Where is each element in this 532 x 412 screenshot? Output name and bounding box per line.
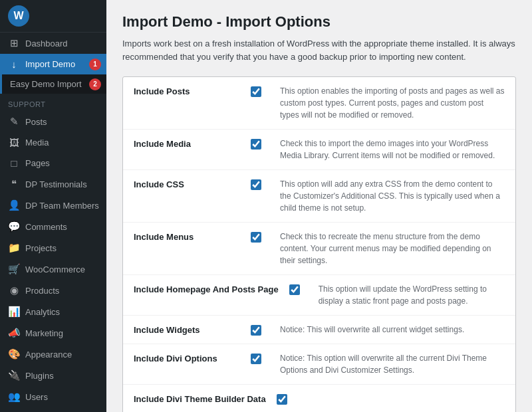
dp-team-members-icon: 👤 — [8, 199, 20, 211]
option-desc-include-menus: Check this to recreate the menu structur… — [280, 231, 505, 266]
option-label-include-menus: Include Menus — [134, 231, 240, 242]
page-description: Imports work best on a fresh installatio… — [122, 37, 516, 63]
sidebar-logo: W — [0, 0, 106, 33]
option-row-include-divi-theme-builder: Include Divi Theme Builder Data — [123, 385, 515, 412]
sidebar-item-label-dp-team-members: DP Team Members — [25, 201, 99, 211]
option-row-include-menus: Include MenusCheck this to recreate the … — [123, 223, 515, 275]
import-demo-icon: ↓ — [8, 58, 20, 70]
option-checkbox-wrap-include-divi-options — [251, 352, 269, 364]
options-table: Include PostsThis option enables the imp… — [122, 76, 516, 412]
users-icon: 👥 — [8, 391, 20, 403]
comments-icon: 💬 — [8, 221, 20, 233]
option-label-include-homepage: Include Homepage And Posts Page — [134, 283, 279, 294]
option-desc-include-divi-options: Notice: This option will overwrite all t… — [280, 352, 505, 376]
sidebar-item-label-woocommerce: WooCommerce — [25, 264, 85, 274]
option-checkbox-include-css[interactable] — [251, 179, 261, 190]
option-checkbox-wrap-include-css — [251, 178, 269, 190]
option-checkbox-include-divi-options[interactable] — [251, 354, 261, 364]
appearance-icon: 🎨 — [8, 348, 20, 360]
option-checkbox-wrap-include-menus — [251, 231, 269, 243]
option-checkbox-wrap-include-posts — [251, 85, 269, 97]
option-label-include-widgets: Include Widgets — [134, 324, 240, 335]
sidebar-item-label-posts: Posts — [25, 117, 47, 127]
option-desc-include-homepage: This option will update the WordPress se… — [319, 283, 505, 307]
option-checkbox-include-posts[interactable] — [251, 86, 261, 97]
sidebar: W ⊞Dashboard↓Import Demo1Easy Demo Impor… — [0, 0, 106, 412]
sidebar-item-tools[interactable]: 🔧Tools — [0, 407, 106, 412]
sidebar-item-pages[interactable]: □Pages — [0, 153, 106, 173]
pages-icon: □ — [8, 157, 20, 169]
sidebar-item-label-import-demo: Import Demo — [25, 59, 75, 69]
sidebar-item-appearance[interactable]: 🎨Appearance — [0, 344, 106, 365]
option-checkbox-include-widgets[interactable] — [251, 325, 261, 336]
sidebar-item-label-plugins: Plugins — [25, 371, 54, 381]
option-desc-include-posts: This option enables the importing of pos… — [280, 85, 505, 121]
option-checkbox-wrap-include-widgets — [251, 324, 269, 336]
option-label-include-media: Include Media — [134, 138, 240, 149]
plugins-icon: 🔌 — [8, 369, 20, 381]
sidebar-item-label-pages: Pages — [25, 158, 50, 168]
wordpress-icon: W — [8, 5, 29, 27]
option-checkbox-wrap-include-homepage — [289, 283, 308, 295]
main-content: Import Demo - Import Options Imports wor… — [106, 0, 532, 412]
sidebar-item-posts[interactable]: ✎Posts — [0, 111, 106, 132]
option-checkbox-wrap-include-divi-theme-builder — [277, 393, 295, 405]
option-label-include-divi-theme-builder: Include Divi Theme Builder Data — [134, 393, 266, 404]
option-checkbox-include-menus[interactable] — [251, 232, 261, 243]
sidebar-item-dp-team-members[interactable]: 👤DP Team Members — [0, 195, 106, 216]
sidebar-item-label-easy-demo-import: Easy Demo Import — [10, 79, 82, 89]
sidebar-item-label-dashboard: Dashboard — [25, 39, 68, 49]
option-desc-include-css: This option will add any extra CSS from … — [280, 178, 505, 214]
option-label-include-css: Include CSS — [134, 178, 240, 189]
option-desc-include-widgets: Notice: This will overwrite all current … — [280, 324, 505, 336]
option-checkbox-wrap-include-media — [251, 138, 269, 150]
sidebar-item-dashboard[interactable]: ⊞Dashboard — [0, 33, 106, 54]
sidebar-item-projects[interactable]: 📁Projects — [0, 237, 106, 258]
sidebar-item-label-dp-testimonials: DP Testimonials — [25, 179, 87, 189]
sidebar-item-label-projects: Projects — [25, 243, 57, 253]
sidebar-item-label-media: Media — [25, 138, 49, 148]
sidebar-item-easy-demo-import[interactable]: Easy Demo Import2 — [0, 74, 106, 94]
dashboard-icon: ⊞ — [8, 37, 20, 49]
sidebar-item-label-marketing: Marketing — [25, 328, 63, 338]
sidebar-badge-easy-demo-import: 2 — [89, 78, 101, 90]
products-icon: ◉ — [8, 284, 20, 296]
sidebar-item-plugins[interactable]: 🔌Plugins — [0, 365, 106, 386]
option-row-include-posts: Include PostsThis option enables the imp… — [123, 77, 515, 130]
sidebar-item-label-appearance: Appearance — [25, 350, 72, 360]
woocommerce-icon: 🛒 — [8, 263, 20, 275]
sidebar-support-label: Support — [0, 94, 106, 111]
sidebar-item-analytics[interactable]: 📊Analytics — [0, 301, 106, 322]
sidebar-item-label-comments: Comments — [25, 222, 67, 232]
sidebar-item-dp-testimonials[interactable]: ❝DP Testimonials — [0, 173, 106, 195]
sidebar-item-woocommerce[interactable]: 🛒WooCommerce — [0, 258, 106, 280]
projects-icon: 📁 — [8, 242, 20, 254]
option-row-include-widgets: Include WidgetsNotice: This will overwri… — [123, 316, 515, 344]
option-row-include-media: Include MediaCheck this to import the de… — [123, 130, 515, 170]
sidebar-item-products[interactable]: ◉Products — [0, 280, 106, 301]
option-row-include-divi-options: Include Divi OptionsNotice: This option … — [123, 344, 515, 385]
option-label-include-divi-options: Include Divi Options — [134, 352, 240, 363]
sidebar-item-media[interactable]: 🖼Media — [0, 132, 106, 153]
option-checkbox-include-media[interactable] — [251, 139, 261, 150]
option-row-include-css: Include CSSThis option will add any extr… — [123, 170, 515, 223]
sidebar-item-users[interactable]: 👥Users — [0, 386, 106, 407]
dp-testimonials-icon: ❝ — [8, 178, 20, 190]
options-list: Include PostsThis option enables the imp… — [122, 76, 516, 412]
sidebar-item-marketing[interactable]: 📣Marketing — [0, 322, 106, 344]
analytics-icon: 📊 — [8, 306, 20, 318]
sidebar-badge-import-demo: 1 — [89, 58, 101, 70]
sidebar-item-label-users: Users — [25, 392, 48, 402]
sidebar-item-comments[interactable]: 💬Comments — [0, 216, 106, 237]
option-label-include-posts: Include Posts — [134, 85, 240, 96]
sidebar-item-label-products: Products — [25, 286, 59, 296]
sidebar-item-import-demo[interactable]: ↓Import Demo1 — [0, 54, 106, 74]
marketing-icon: 📣 — [8, 327, 20, 339]
option-desc-include-media: Check this to import the demo images int… — [280, 138, 505, 161]
page-title: Import Demo - Import Options — [122, 13, 516, 31]
media-icon: 🖼 — [8, 137, 20, 148]
sidebar-item-label-analytics: Analytics — [25, 307, 60, 317]
option-checkbox-include-homepage[interactable] — [289, 284, 300, 295]
posts-icon: ✎ — [8, 116, 20, 128]
option-checkbox-include-divi-theme-builder[interactable] — [277, 394, 287, 405]
